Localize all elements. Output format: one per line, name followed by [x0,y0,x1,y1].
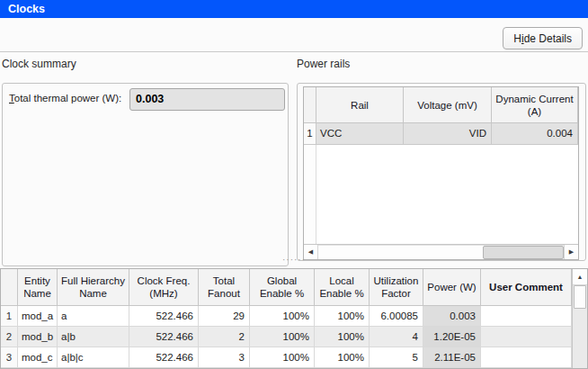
clocks-corner-header[interactable] [1,269,18,306]
header-line: Fanout [208,287,240,300]
total-thermal-power-field[interactable]: 0.003 [129,88,285,111]
splitter-handle[interactable]: ······ [270,257,318,265]
utilization-cell[interactable]: 5 [370,347,423,368]
user-comment-cell[interactable] [481,327,572,347]
rails-row-header-strip [304,145,316,244]
header-line: Enable % [319,287,363,300]
rails-table-viewport [304,145,578,244]
voltage-column-header[interactable]: Voltage (mV) [404,87,492,123]
voltage-cell[interactable]: VID [404,123,492,145]
header-line: Clock Freq. [138,274,191,287]
toolbar-separator [0,51,588,52]
clock-summary-group: Total thermal power (W): 0.003 [2,83,289,266]
header-line: Local [329,274,354,287]
rail-column-header[interactable]: Rail [316,87,404,123]
rails-row-number[interactable]: 1 [304,123,316,145]
hide-details-label-post: de Details [524,32,572,45]
utilization-cell[interactable]: 6.00085 [370,306,423,327]
header-line: Power (W) [427,281,476,293]
power-rails-row[interactable]: 1 VCC VID 0.004 [304,123,578,145]
total-fanout-cell[interactable]: 2 [199,327,250,347]
header-line: Enable % [260,287,304,300]
utilization-factor-column-header[interactable]: Utilization Factor [370,269,423,306]
full-hierarchy-column-header[interactable]: Full Hierarchy Name [58,269,129,306]
hide-details-label-pre: H [513,32,521,45]
total-fanout-cell[interactable]: 3 [199,347,250,368]
header-line: Entity [24,274,50,287]
panel-title-text: Clocks [8,3,45,15]
total-thermal-power-label-rest: otal thermal power (W): [14,93,122,104]
hide-details-button[interactable]: Hide Details [503,27,583,50]
panel-title: Clocks [0,0,588,18]
clock-freq-cell[interactable]: 522.466 [129,327,199,347]
rail-column-header-label: Rail [351,99,369,112]
global-enable-cell[interactable]: 100% [250,306,315,327]
power-cell[interactable]: 2.11E-05 [423,347,481,368]
rails-corner-header[interactable] [304,87,316,123]
utilization-cell[interactable]: 4 [370,327,423,347]
entity-name-cell[interactable]: mod_c [18,347,58,368]
user-comment-cell[interactable] [481,347,572,368]
row-number-cell[interactable]: 1 [1,306,18,327]
power-cell[interactable]: 1.20E-05 [423,327,481,347]
global-enable-cell[interactable]: 100% [250,327,315,347]
local-enable-column-header[interactable]: Local Enable % [315,269,370,306]
clocks-scrollbar-groove[interactable] [573,309,587,368]
header-line: User Comment [489,281,563,293]
clock-freq-cell[interactable]: 522.466 [129,306,199,327]
clock-freq-cell[interactable]: 522.466 [129,347,199,368]
rail-cell[interactable]: VCC [316,123,404,145]
header-line: Name [79,287,107,300]
clocks-scrollbar-thumb[interactable] [574,285,586,309]
power-rails-table: Rail Voltage (mV) Dynamic Current (A) 1 … [303,86,579,260]
local-enable-cell[interactable]: 100% [315,306,370,327]
global-enable-column-header[interactable]: Global Enable % [250,269,315,306]
dynamic-current-header-line2: (A) [528,105,541,118]
power-cell[interactable]: 0.003 [423,306,481,327]
local-enable-cell[interactable]: 100% [315,347,370,368]
total-thermal-power-label: Total thermal power (W): [9,93,121,104]
voltage-column-header-label: Voltage (mV) [417,99,477,112]
total-fanout-column-header[interactable]: Total Fanout [199,269,250,306]
header-line: Full Hierarchy [61,274,125,287]
entity-name-cell[interactable]: mod_b [18,327,58,347]
clocks-vertical-scrollbar[interactable]: ▲ [572,269,587,368]
header-line: Name [23,287,51,300]
power-column-header[interactable]: Power (W) [423,269,481,306]
power-rails-header-row: Rail Voltage (mV) Dynamic Current (A) [304,87,578,123]
clock-freq-column-header[interactable]: Clock Freq. (MHz) [129,269,199,306]
clock-summary-group-label: Clock summary [2,58,76,70]
clocks-table: Entity Name Full Hierarchy Name Clock Fr… [0,268,588,369]
power-rails-group: Rail Voltage (mV) Dynamic Current (A) 1 … [297,83,586,261]
header-line: (MHz) [149,287,177,300]
header-line: Total [213,274,235,287]
entity-name-cell[interactable]: mod_a [18,306,58,327]
rails-horizontal-scrollbar[interactable]: ◀ ▶ [304,244,578,259]
row-number-cell[interactable]: 3 [1,347,18,368]
rails-scrollbar-thumb[interactable] [483,246,564,259]
dynamic-current-header-line1: Dynamic Current [495,93,573,105]
header-line: Factor [381,287,411,300]
local-enable-cell[interactable]: 100% [315,327,370,347]
full-hierarchy-cell[interactable]: a [58,306,129,327]
scroll-right-arrow-icon[interactable]: ▶ [564,245,578,259]
header-line: Global [267,274,297,287]
header-line: Utilization [374,274,419,287]
entity-name-column-header[interactable]: Entity Name [18,269,58,306]
total-fanout-cell[interactable]: 29 [199,306,250,327]
dynamic-current-cell[interactable]: 0.004 [492,123,578,145]
rails-scrollbar-groove[interactable] [318,245,564,259]
power-rails-group-label: Power rails [297,58,350,70]
dynamic-current-column-header[interactable]: Dynamic Current (A) [492,87,578,123]
scroll-up-arrow-icon[interactable]: ▲ [573,269,587,285]
global-enable-cell[interactable]: 100% [250,347,315,368]
full-hierarchy-cell[interactable]: a|b|c [58,347,129,368]
user-comment-column-header[interactable]: User Comment [481,269,572,306]
user-comment-cell[interactable] [481,306,572,327]
row-number-cell[interactable]: 2 [1,327,18,347]
full-hierarchy-cell[interactable]: a|b [58,327,129,347]
